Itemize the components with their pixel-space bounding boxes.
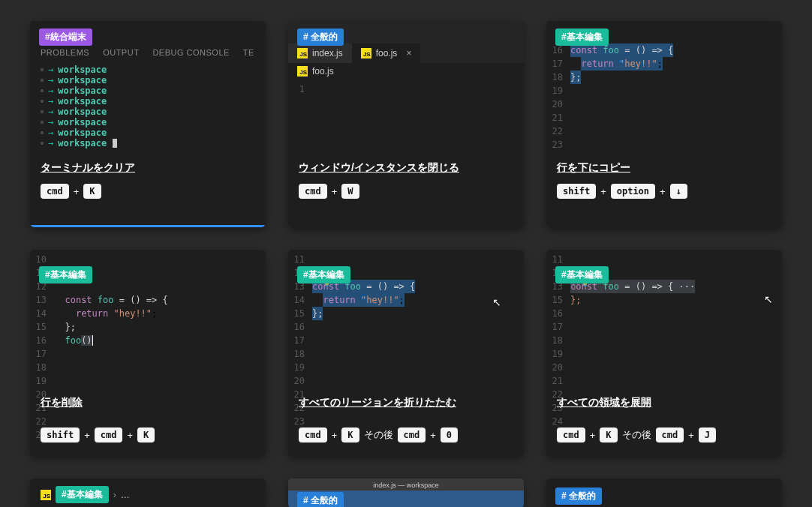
terminal-output: →workspace→workspace→workspace→workspace…	[30, 62, 266, 152]
then-label: その後	[362, 428, 395, 442]
shortcut-card-unfold-all[interactable]: #基本編集 💡 ↖ 111213›const foo = () => { ···…	[546, 250, 782, 456]
key: K	[83, 184, 101, 199]
close-icon: ×	[406, 48, 411, 58]
plus-icon: +	[72, 186, 81, 197]
card-grid: #統合端末 PROBLEMS OUTPUT DEBUG CONSOLE TE →…	[30, 21, 782, 507]
panel-tab: DEBUG CONSOLE	[152, 48, 229, 57]
key: shift	[41, 428, 80, 442]
plus-icon: +	[330, 186, 339, 197]
shortcut-row: cmd + W	[299, 184, 513, 199]
card-preview: #基本編集 💡 ↖ 111213const foo = () => {14 re…	[288, 250, 524, 456]
js-file-icon: JS	[361, 48, 371, 58]
key: K	[600, 428, 617, 442]
category-tag: # 全般的	[555, 488, 602, 505]
category-tag: #基本編集	[56, 486, 109, 503]
plus-icon: +	[83, 430, 92, 441]
category-tag: #基本編集	[39, 266, 92, 284]
category-tag: # 全般的	[297, 492, 344, 507]
plus-icon: +	[330, 430, 339, 441]
plus-icon: +	[687, 430, 696, 441]
card-title[interactable]: ターミナルをクリア	[41, 161, 255, 175]
key: option	[611, 184, 655, 199]
category-tag: #基本編集	[297, 266, 350, 284]
editor-tab-active: JS foo.js ×	[352, 44, 421, 63]
shortcut-row: cmd + K	[41, 184, 255, 199]
plus-icon: +	[658, 186, 667, 197]
js-file-icon: JS	[297, 66, 308, 76]
shortcut-card-partial[interactable]: JS #基本編集 › …	[30, 478, 266, 507]
breadcrumb-text: …	[121, 490, 130, 500]
panel-tab: OUTPUT	[103, 48, 139, 57]
card-preview: #基本編集 16const foo = () => {17 return "he…	[546, 21, 782, 152]
js-file-icon: JS	[41, 490, 51, 500]
category-tag: #基本編集	[555, 28, 609, 46]
breadcrumb: JS foo.js	[288, 63, 524, 80]
shortcut-card-copy-line-down[interactable]: #基本編集 16const foo = () => {17 return "he…	[546, 21, 782, 227]
key: 0	[441, 428, 458, 442]
key: cmd	[656, 428, 684, 442]
plus-icon: +	[588, 430, 597, 441]
window-title: index.js — workspace	[373, 482, 439, 489]
panel-tab: PROBLEMS	[41, 48, 89, 57]
active-indicator	[30, 225, 266, 227]
shortcut-row: cmd + K その後 cmd + J	[557, 428, 716, 442]
card-title[interactable]: すべての領域を展開	[557, 396, 651, 410]
key: ↓	[670, 184, 687, 199]
plus-icon: +	[125, 430, 134, 441]
category-tag: #統合端末	[39, 28, 92, 46]
shortcut-row: shift + cmd + K	[41, 428, 155, 442]
editor-tab: JS index.js	[288, 44, 352, 63]
shortcut-card-delete-line[interactable]: #基本編集 10111213 const foo = () => {14 ret…	[30, 250, 266, 456]
key: cmd	[41, 184, 69, 199]
key: cmd	[299, 184, 327, 199]
category-tag: #基本編集	[555, 266, 609, 284]
key: J	[699, 428, 716, 442]
card-title[interactable]: すべてのリージョンを折りたたむ	[299, 396, 456, 410]
shortcut-card-partial[interactable]: # 全般的	[546, 478, 782, 507]
card-preview: # 全般的 JS index.js JS foo.js × JS foo.js …	[288, 21, 524, 152]
plus-icon: +	[599, 186, 608, 197]
shortcut-card-partial[interactable]: index.js — workspace # 全般的	[288, 478, 524, 507]
key: K	[137, 428, 155, 442]
js-file-icon: JS	[297, 48, 308, 58]
card-title[interactable]: 行を削除	[41, 396, 83, 410]
key: W	[341, 184, 359, 199]
key: cmd	[299, 428, 327, 442]
card-preview: #基本編集 10111213 const foo = () => {14 ret…	[30, 250, 266, 456]
line-number: 1	[288, 82, 312, 96]
shortcut-card-clear-terminal[interactable]: #統合端末 PROBLEMS OUTPUT DEBUG CONSOLE TE →…	[30, 21, 266, 227]
breadcrumb-text: foo.js	[312, 66, 334, 76]
then-label: その後	[621, 428, 653, 442]
plus-icon: +	[429, 430, 438, 441]
key: cmd	[557, 428, 585, 442]
shortcut-card-close-window[interactable]: # 全般的 JS index.js JS foo.js × JS foo.js …	[288, 21, 524, 227]
card-preview: #基本編集 💡 ↖ 111213›const foo = () => { ···…	[546, 250, 782, 456]
key: cmd	[95, 428, 123, 442]
key: K	[341, 428, 359, 442]
cursor-icon: ↖	[764, 293, 773, 305]
category-tag: # 全般的	[297, 28, 344, 46]
card-title[interactable]: 行を下にコピー	[557, 161, 771, 175]
tab-label: index.js	[312, 48, 343, 58]
cursor-icon: ↖	[492, 296, 501, 308]
card-preview: #統合端末 PROBLEMS OUTPUT DEBUG CONSOLE TE →…	[30, 21, 266, 152]
shortcut-row: cmd + K その後 cmd + 0	[299, 428, 458, 442]
tab-label: foo.js	[376, 48, 398, 58]
card-title[interactable]: ウィンドウ/インスタンスを閉じる	[299, 161, 513, 175]
panel-tab: TE	[243, 48, 254, 57]
shortcut-card-fold-all[interactable]: #基本編集 💡 ↖ 111213const foo = () => {14 re…	[288, 250, 524, 456]
shortcut-row: shift + option + ↓	[557, 184, 771, 199]
key: cmd	[398, 428, 426, 442]
key: shift	[557, 184, 596, 199]
